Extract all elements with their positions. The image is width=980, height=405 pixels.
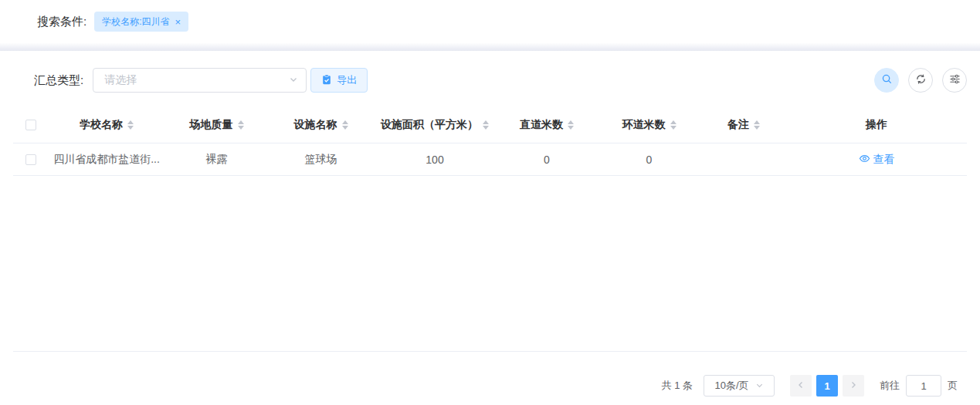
- search-button[interactable]: [874, 68, 899, 93]
- cell-actions: 查看: [786, 153, 967, 167]
- sort-asc-icon[interactable]: [670, 120, 677, 124]
- sort-carets-icon: [754, 120, 760, 130]
- cell-loop-meters: 0: [597, 154, 701, 166]
- row-select-cell: [13, 154, 49, 165]
- sort-asc-icon[interactable]: [342, 120, 348, 124]
- cell-field-quality: 裸露: [164, 153, 269, 167]
- sort-desc-icon[interactable]: [483, 126, 489, 130]
- sort-desc-icon[interactable]: [127, 126, 134, 130]
- header-remark[interactable]: 备注: [701, 118, 786, 132]
- schools-table: 学校名称 场地质量 设施名称 设施面积（平方米） 直道米数: [13, 106, 967, 352]
- cell-school-name: 四川省成都市盐道街...: [49, 153, 164, 167]
- cell-facility-area: 100: [373, 154, 497, 166]
- header-field-quality[interactable]: 场地质量: [164, 118, 269, 132]
- sort-carets-icon: [238, 120, 244, 130]
- sort-asc-icon[interactable]: [127, 120, 134, 124]
- page-number-1[interactable]: 1: [816, 375, 838, 397]
- pagination: 共 1 条 10条/页 1 前往 页: [13, 375, 967, 397]
- header-facility-name[interactable]: 设施名称: [269, 118, 373, 132]
- sort-desc-icon[interactable]: [670, 126, 677, 130]
- sort-asc-icon[interactable]: [754, 120, 760, 124]
- search-conditions-label: 搜索条件:: [37, 15, 86, 29]
- sort-desc-icon[interactable]: [568, 126, 574, 130]
- sort-asc-icon[interactable]: [238, 120, 244, 124]
- sort-carets-icon: [670, 120, 677, 130]
- select-all-checkbox[interactable]: [25, 120, 36, 130]
- header-facility-area[interactable]: 设施面积（平方米）: [373, 118, 497, 132]
- cell-facility-name: 篮球场: [269, 153, 373, 167]
- view-link-label: 查看: [873, 153, 895, 167]
- sort-carets-icon: [342, 120, 348, 130]
- main-card: 汇总类型: 请选择 导出: [0, 68, 980, 397]
- header-select-all: [13, 120, 49, 130]
- close-icon[interactable]: ×: [175, 17, 181, 27]
- section-divider: [0, 43, 980, 51]
- prev-page-button[interactable]: [790, 375, 812, 397]
- refresh-button[interactable]: [908, 68, 933, 93]
- toolbar-icon-buttons: [865, 68, 967, 93]
- view-link[interactable]: 查看: [859, 153, 895, 167]
- sort-carets-icon: [127, 120, 134, 130]
- search-icon: [881, 73, 893, 88]
- header-actions: 操作: [786, 118, 967, 132]
- pagination-total: 共 1 条: [662, 379, 693, 393]
- column-settings-button[interactable]: [942, 68, 967, 93]
- sort-carets-icon: [483, 120, 489, 130]
- table-empty-space: [13, 176, 967, 352]
- search-condition-tag-label: 学校名称:四川省: [102, 15, 169, 29]
- page-size-select[interactable]: 10条/页: [704, 375, 775, 397]
- header-loop-meters[interactable]: 环道米数: [597, 118, 701, 132]
- goto-page-label: 前往: [880, 379, 900, 393]
- sort-desc-icon[interactable]: [238, 126, 244, 130]
- summary-type-label: 汇总类型:: [34, 73, 83, 88]
- table-row[interactable]: 四川省成都市盐道街... 裸露 篮球场 100 0 0 查看: [13, 143, 967, 176]
- column-settings-icon: [949, 73, 961, 88]
- summary-type-select-placeholder: 请选择: [104, 73, 137, 87]
- chevron-right-icon: [849, 380, 858, 392]
- search-condition-tag[interactable]: 学校名称:四川省 ×: [94, 12, 188, 32]
- row-checkbox[interactable]: [25, 154, 36, 165]
- page-size-value: 10条/页: [714, 379, 748, 393]
- toolbar: 汇总类型: 请选择 导出: [34, 68, 967, 93]
- eye-icon: [859, 153, 870, 167]
- goto-page-unit: 页: [948, 379, 958, 393]
- export-button-label: 导出: [337, 73, 357, 87]
- cell-straight-meters: 0: [497, 154, 597, 166]
- header-straight-meters[interactable]: 直道米数: [497, 118, 597, 132]
- search-conditions-bar: 搜索条件: 学校名称:四川省 ×: [0, 0, 980, 43]
- export-button[interactable]: 导出: [310, 68, 368, 93]
- sort-desc-icon[interactable]: [342, 126, 348, 130]
- chevron-down-icon: [289, 73, 298, 87]
- clipboard-export-icon: [321, 74, 332, 87]
- table-header-row: 学校名称 场地质量 设施名称 设施面积（平方米） 直道米数: [13, 106, 967, 143]
- chevron-left-icon: [796, 380, 805, 392]
- refresh-icon: [915, 73, 927, 88]
- summary-type-select[interactable]: 请选择: [93, 68, 307, 93]
- header-school-name[interactable]: 学校名称: [49, 118, 164, 132]
- screen: 搜索条件: 学校名称:四川省 × 汇总类型: 请选择 导出: [0, 0, 980, 405]
- sort-asc-icon[interactable]: [483, 120, 489, 124]
- next-page-button[interactable]: [843, 375, 864, 397]
- sort-asc-icon[interactable]: [568, 120, 574, 124]
- sort-carets-icon: [568, 120, 574, 130]
- goto-page-input[interactable]: [906, 375, 941, 397]
- sort-desc-icon[interactable]: [754, 126, 760, 130]
- chevron-down-icon: [755, 380, 764, 392]
